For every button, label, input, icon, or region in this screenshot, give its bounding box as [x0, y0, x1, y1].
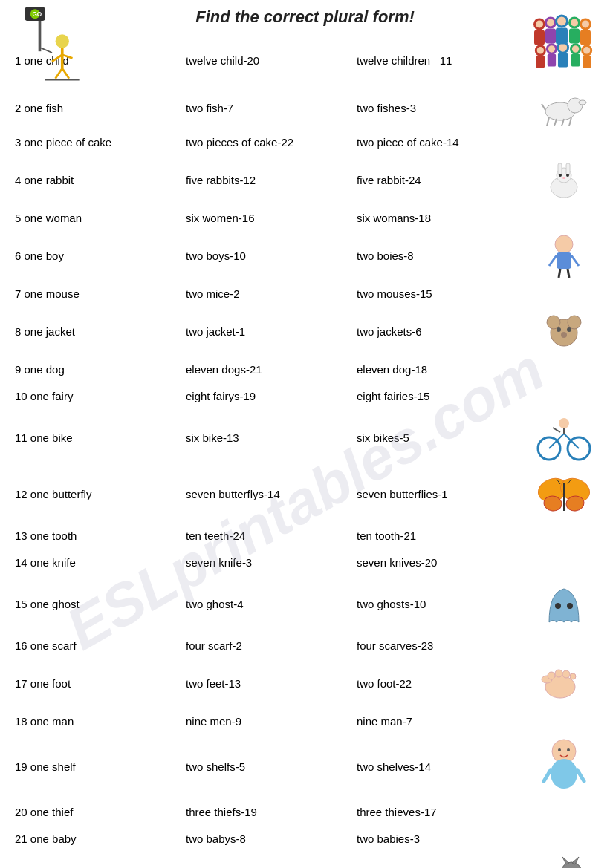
- row-icon: [532, 737, 595, 796]
- right-cell: two boies-8: [357, 231, 595, 280]
- left-cell: 18 one man: [15, 713, 186, 730]
- svg-rect-17: [556, 28, 568, 45]
- left-cell: 19 one shelf: [15, 758, 186, 775]
- right-text: ten tooth-21: [357, 529, 532, 542]
- svg-line-75: [553, 428, 560, 432]
- left-cell: 20 one thief: [15, 803, 186, 820]
- row-icon: [532, 578, 595, 630]
- mid-cell: three thiefs-19: [186, 803, 357, 820]
- svg-line-71: [549, 434, 564, 448]
- svg-point-89: [562, 670, 570, 678]
- exercise-content: 1 one child twelve child-20 twelve child…: [15, 34, 595, 868]
- table-row: 21 one baby two babys-8 two babies-3: [15, 825, 595, 852]
- svg-point-26: [582, 21, 589, 28]
- right-cell: seven knives-20: [357, 554, 595, 571]
- svg-point-66: [557, 327, 561, 332]
- svg-line-6: [52, 55, 62, 62]
- left-cell: 13 one tooth: [15, 527, 186, 544]
- mid-cell: six women-16: [186, 209, 357, 226]
- right-cell: two foot-22: [357, 659, 595, 708]
- mid-cell: two pieces of cake-22: [186, 134, 357, 151]
- table-row: 19 one shelf two shelfs-5 two shelves-14: [15, 734, 595, 798]
- right-cell: eleven dog-18: [357, 361, 595, 378]
- left-cell: 4 one rabbit: [15, 172, 186, 189]
- svg-point-83: [555, 603, 561, 609]
- table-row: 1 one child twelve child-20 twelve child…: [15, 34, 595, 87]
- mid-cell: ten teeth-24: [186, 527, 357, 544]
- svg-point-74: [559, 418, 569, 428]
- svg-point-98: [561, 862, 582, 868]
- svg-rect-15: [545, 29, 556, 44]
- svg-point-55: [566, 174, 569, 177]
- right-cell: three thieves-17: [357, 803, 595, 820]
- page-title: Find the correct plural form!: [195, 7, 415, 26]
- svg-point-92: [551, 759, 577, 789]
- right-cell: two shelves-14: [357, 734, 595, 798]
- svg-point-24: [557, 17, 566, 26]
- svg-point-93: [558, 748, 561, 751]
- right-text: two foot-22: [357, 677, 532, 690]
- mid-cell: two mice-2: [186, 285, 357, 302]
- left-cell: 9 one dog: [15, 361, 186, 378]
- left-cell: 12 one butterfly: [15, 486, 186, 503]
- svg-point-68: [561, 332, 567, 338]
- right-text: two ghosts-10: [357, 598, 532, 610]
- table-row: 10 one fairy eight fairys-19 eight fairi…: [15, 382, 595, 409]
- right-cell: two piece of cake-14: [357, 134, 595, 151]
- table-row: 15 one ghost two ghost-4 two ghosts-10: [15, 575, 595, 632]
- right-text: four scarves-23: [357, 639, 532, 652]
- mid-cell: eleven dogs-21: [186, 361, 357, 378]
- right-text: five rabbit-24: [357, 174, 532, 186]
- right-cell: ten wolfs-16: [357, 852, 595, 868]
- traffic-figure-icon: GO: [15, 4, 89, 85]
- table-row: 20 one thief three thiefs-19 three thiev…: [15, 798, 595, 825]
- row-icon: [532, 89, 595, 126]
- right-cell: five rabbit-24: [357, 155, 595, 204]
- right-text: three thieves-17: [357, 806, 532, 818]
- row-icon: [532, 661, 595, 705]
- right-text: eight fairies-15: [357, 390, 532, 402]
- mid-cell: two jacket-1: [186, 323, 357, 340]
- left-cell: 7 one mouse: [15, 285, 186, 302]
- right-text: two fishes-3: [357, 102, 532, 114]
- table-row: 22 one wolf ten wolves-19 ten wolfs-16: [15, 852, 595, 868]
- mid-cell: five rabbits-12: [186, 172, 357, 189]
- right-cell: nine man-7: [357, 713, 595, 730]
- table-row: 13 one tooth ten teeth-24 ten tooth-21: [15, 522, 595, 549]
- mid-cell: two shelfs-5: [186, 758, 357, 775]
- svg-line-10: [41, 48, 52, 53]
- svg-line-62: [568, 269, 569, 278]
- svg-point-57: [555, 235, 573, 253]
- svg-rect-13: [534, 30, 545, 45]
- svg-point-43: [568, 98, 583, 113]
- right-cell: two fishes-3: [357, 87, 595, 128]
- svg-point-67: [567, 327, 571, 332]
- right-cell: six womans-18: [357, 209, 595, 226]
- right-cell: two ghosts-10: [357, 575, 595, 632]
- mid-cell: twelve child-20: [186, 52, 357, 69]
- svg-line-60: [571, 255, 579, 266]
- mid-cell: eight fairys-19: [186, 388, 357, 405]
- mid-cell: nine men-9: [186, 713, 357, 730]
- svg-point-90: [570, 673, 576, 679]
- table-row: 12 one butterfly seven butterflys-14 sev…: [15, 466, 595, 522]
- row-icon: [532, 468, 595, 520]
- svg-point-56: [562, 177, 565, 179]
- svg-point-4: [56, 34, 69, 48]
- table-row: 17 one foot two feet-13 two foot-22: [15, 659, 595, 708]
- svg-line-9: [62, 68, 69, 79]
- left-cell: 21 one baby: [15, 830, 186, 847]
- svg-point-22: [536, 21, 543, 28]
- table-row: 9 one dog eleven dogs-21 eleven dog-18: [15, 356, 595, 382]
- right-text: nine man-7: [357, 715, 532, 728]
- right-text: seven knives-20: [357, 556, 532, 569]
- left-cell: 11 one bike: [15, 429, 186, 446]
- table-row: 6 one boy two boys-10 two boies-8: [15, 231, 595, 280]
- svg-point-44: [579, 100, 586, 105]
- svg-point-25: [571, 19, 578, 27]
- right-text: eleven dog-18: [357, 363, 532, 376]
- right-cell: two mouses-15: [357, 285, 595, 302]
- right-text: two boies-8: [357, 249, 532, 262]
- svg-text:GO: GO: [32, 11, 42, 18]
- mid-cell: two feet-13: [186, 675, 357, 692]
